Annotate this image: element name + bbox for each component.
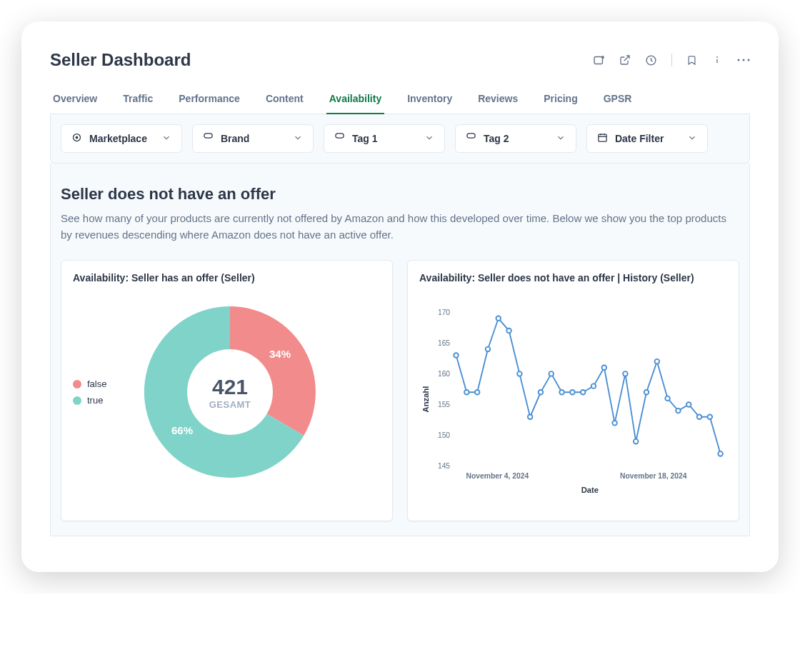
charts-row: Availability: Seller has an offer (Selle… (61, 260, 739, 521)
chevron-down-icon (424, 133, 434, 145)
svg-text:165: 165 (438, 339, 450, 347)
svg-point-35 (665, 396, 670, 401)
tab-content[interactable]: Content (263, 87, 306, 114)
target-icon (71, 132, 82, 145)
svg-point-40 (718, 451, 723, 456)
tab-traffic[interactable]: Traffic (120, 87, 156, 114)
svg-point-24 (549, 371, 554, 376)
tabs: Overview Traffic Performance Content Ava… (50, 87, 750, 114)
tab-inventory[interactable]: Inventory (404, 87, 455, 114)
legend-item-true: true (73, 395, 123, 406)
filter-label: Tag 1 (352, 133, 378, 144)
donut-total-label: GESAMT (209, 399, 251, 410)
svg-rect-0 (594, 56, 602, 64)
svg-point-20 (506, 329, 511, 334)
chevron-down-icon (687, 133, 697, 145)
header: Seller Dashboard (50, 50, 750, 70)
svg-text:155: 155 (438, 401, 450, 408)
more-icon[interactable] (737, 59, 750, 61)
svg-point-19 (496, 316, 501, 321)
x-tick: November 18, 2024 (620, 472, 687, 480)
content-area: Seller does not have an offer See how ma… (50, 164, 750, 536)
tag-icon (203, 132, 214, 145)
svg-point-5 (748, 59, 750, 61)
legend-swatch (73, 380, 81, 388)
action-icons (593, 54, 750, 66)
filter-brand[interactable]: Brand (192, 124, 314, 153)
history-icon[interactable] (645, 54, 657, 66)
info-icon[interactable] (711, 54, 723, 66)
svg-point-3 (738, 59, 740, 61)
bookmark-icon[interactable] (686, 54, 697, 66)
filter-bar: Marketplace Brand Tag 1 Tag 2 Date Filte… (50, 114, 750, 164)
legend-label: true (87, 395, 103, 406)
svg-point-28 (591, 383, 596, 388)
separator (671, 54, 672, 66)
tab-performance[interactable]: Performance (176, 87, 243, 114)
section-title: Seller does not have an offer (61, 185, 739, 204)
filter-label: Tag 2 (484, 133, 509, 144)
tab-availability[interactable]: Availability (326, 87, 384, 114)
svg-point-29 (602, 365, 607, 370)
svg-point-16 (464, 390, 469, 395)
legend-item-false: false (73, 378, 123, 389)
page-title: Seller Dashboard (50, 50, 191, 70)
svg-point-38 (697, 414, 702, 419)
svg-text:170: 170 (438, 309, 450, 316)
svg-rect-8 (599, 134, 606, 141)
external-link-icon[interactable] (619, 54, 631, 66)
tab-gpsr[interactable]: GPSR (601, 87, 635, 114)
svg-point-25 (559, 390, 564, 395)
filter-marketplace[interactable]: Marketplace (61, 124, 182, 153)
section-description: See how many of your products are curren… (61, 211, 739, 243)
filter-label: Date Filter (615, 133, 664, 144)
tab-reviews[interactable]: Reviews (475, 87, 521, 114)
svg-point-36 (676, 408, 681, 413)
export-icon[interactable] (593, 54, 605, 66)
filter-label: Brand (221, 133, 249, 144)
svg-point-23 (539, 390, 544, 395)
donut-chart: 421 GESAMT 34% 66% (130, 292, 330, 492)
svg-point-2 (717, 57, 718, 58)
donut-center: 421 GESAMT (209, 375, 251, 410)
tag-icon (334, 132, 345, 145)
tab-overview[interactable]: Overview (50, 87, 100, 114)
svg-point-34 (655, 359, 660, 364)
svg-point-31 (623, 371, 628, 376)
svg-point-30 (612, 421, 617, 426)
chevron-down-icon (556, 133, 566, 145)
donut-chart-card: Availability: Seller has an offer (Selle… (61, 260, 393, 521)
svg-point-21 (517, 371, 522, 376)
chart-title: Availability: Seller does not have an of… (419, 272, 727, 284)
tag-icon (466, 132, 476, 145)
svg-point-7 (76, 136, 78, 139)
svg-point-37 (686, 402, 691, 407)
donut-legend: false true (73, 378, 123, 406)
svg-point-4 (743, 59, 745, 61)
tab-pricing[interactable]: Pricing (541, 87, 580, 114)
filter-date[interactable]: Date Filter (586, 124, 708, 153)
x-tick: November 4, 2024 (466, 472, 529, 480)
chevron-down-icon (293, 133, 303, 145)
chart-title: Availability: Seller has an offer (Selle… (73, 272, 381, 284)
dashboard-card: Seller Dashboard Overview Traf (21, 21, 779, 572)
donut-total: 421 (209, 375, 251, 399)
legend-label: false (87, 378, 106, 389)
svg-text:160: 160 (438, 370, 450, 378)
y-ticks: 145 150 155 160 165 170 (438, 309, 450, 471)
x-axis-label: Date (581, 486, 599, 494)
filter-tag2[interactable]: Tag 2 (455, 124, 576, 153)
svg-point-22 (528, 414, 533, 419)
donut-pct-true: 66% (171, 424, 193, 436)
svg-point-27 (581, 390, 586, 395)
svg-point-33 (644, 390, 649, 395)
line-chart: Anzahl 145 150 155 160 165 170 November … (419, 292, 727, 506)
y-axis-label: Anzahl (421, 386, 430, 413)
svg-point-15 (454, 353, 459, 358)
donut-pct-false: 34% (269, 348, 291, 360)
svg-point-18 (486, 347, 491, 352)
svg-point-39 (708, 414, 713, 419)
filter-tag1[interactable]: Tag 1 (324, 124, 445, 153)
svg-text:150: 150 (438, 431, 450, 439)
chevron-down-icon (161, 133, 171, 145)
